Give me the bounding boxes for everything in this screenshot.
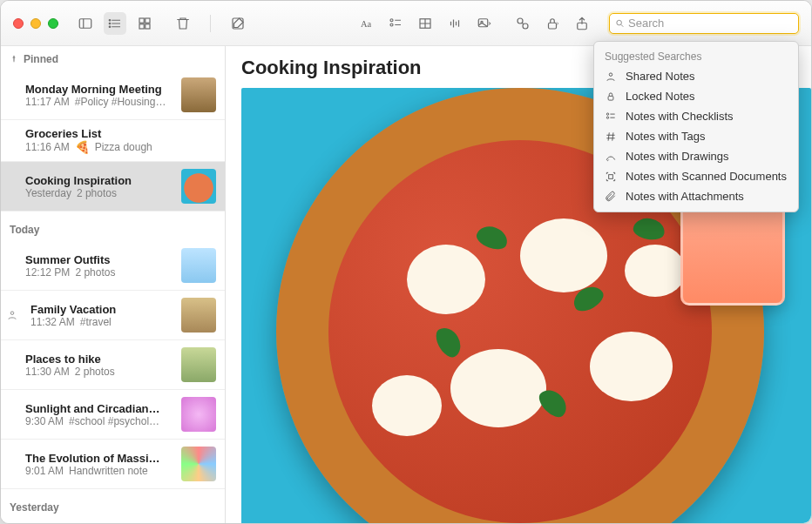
svg-point-32 bbox=[617, 20, 622, 25]
table-button[interactable] bbox=[414, 12, 436, 35]
svg-point-38 bbox=[606, 117, 608, 118]
svg-line-33 bbox=[621, 24, 623, 26]
note-thumbnail bbox=[181, 397, 216, 432]
search-suggestions-dropdown: Suggested Searches Shared Notes Locked N… bbox=[593, 41, 799, 212]
note-time: 9:30 AM bbox=[25, 415, 64, 427]
pin-icon bbox=[10, 55, 18, 64]
share-button[interactable] bbox=[571, 12, 593, 35]
scan-icon bbox=[605, 171, 617, 183]
shared-icon bbox=[605, 71, 617, 83]
svg-point-34 bbox=[609, 72, 612, 76]
delete-button[interactable] bbox=[172, 12, 194, 35]
svg-point-7 bbox=[109, 26, 111, 28]
note-time: 11:17 AM bbox=[25, 96, 70, 108]
note-thumbnail bbox=[181, 248, 216, 283]
svg-line-40 bbox=[608, 132, 609, 140]
toggle-sidebar-button[interactable] bbox=[74, 12, 97, 35]
note-time: Yesterday bbox=[25, 187, 71, 199]
suggestion-label: Notes with Drawings bbox=[626, 150, 729, 163]
svg-point-16 bbox=[390, 24, 393, 26]
pinned-section-header: Pinned bbox=[1, 46, 225, 71]
svg-rect-30 bbox=[549, 23, 557, 29]
svg-rect-0 bbox=[79, 18, 91, 28]
note-title: Places to hike bbox=[25, 353, 174, 366]
grid-view-button[interactable] bbox=[133, 12, 156, 35]
note-item-summer-outfits[interactable]: Summer Outfits 12:12 PM2 photos bbox=[1, 241, 225, 291]
svg-rect-10 bbox=[139, 24, 144, 28]
close-button[interactable] bbox=[13, 18, 24, 29]
toolbar: Aa bbox=[1, 1, 811, 46]
note-thumbnail bbox=[181, 169, 216, 204]
note-item-sunlight-circadian[interactable]: Sunlight and Circadian… 9:30 AM#school #… bbox=[1, 390, 225, 440]
svg-line-29 bbox=[522, 23, 524, 24]
note-meta: Handwritten note bbox=[69, 465, 148, 477]
maximize-button[interactable] bbox=[48, 18, 58, 29]
note-thumbnail bbox=[181, 447, 216, 481]
suggestion-label: Locked Notes bbox=[626, 90, 695, 103]
note-time: 11:32 AM bbox=[30, 316, 75, 328]
media-button[interactable] bbox=[473, 12, 496, 35]
svg-point-27 bbox=[518, 18, 523, 24]
note-meta: 2 photos bbox=[75, 266, 115, 279]
notes-list-sidebar[interactable]: Pinned Monday Morning Meeting 11:17 AM#P… bbox=[1, 46, 226, 523]
suggestion-label: Notes with Tags bbox=[626, 130, 706, 143]
window-controls bbox=[13, 18, 58, 29]
note-title: Cooking Inspiration bbox=[25, 174, 174, 187]
search-field[interactable] bbox=[609, 13, 799, 34]
notes-window: Aa Suggested Searches Shared Notes Locke… bbox=[0, 0, 812, 524]
note-item-cooking-inspiration[interactable]: Cooking Inspiration Yesterday2 photos bbox=[1, 162, 225, 212]
minimize-button[interactable] bbox=[30, 18, 41, 29]
note-item-groceries-list[interactable]: Groceries List 11:16 AM🍕Pizza dough bbox=[1, 120, 225, 162]
note-title: Monday Morning Meeting bbox=[25, 83, 174, 96]
note-item-monday-morning-meeting[interactable]: Monday Morning Meeting 11:17 AM#Policy #… bbox=[1, 71, 225, 120]
note-item-evolution-massive[interactable]: The Evolution of Massi… 9:01 AMHandwritt… bbox=[1, 440, 225, 489]
checklist-button[interactable] bbox=[384, 12, 407, 35]
suggestion-shared-notes[interactable]: Shared Notes bbox=[594, 66, 798, 86]
svg-point-36 bbox=[606, 112, 608, 114]
note-title: Sunlight and Circadian… bbox=[25, 402, 174, 415]
tag-icon bbox=[605, 131, 617, 143]
note-meta: #Policy #Housing… bbox=[75, 96, 166, 108]
suggestion-label: Notes with Attachments bbox=[626, 190, 744, 203]
search-input[interactable] bbox=[628, 17, 793, 30]
today-section-header: Today bbox=[1, 212, 225, 241]
suggestion-attachments[interactable]: Notes with Attachments bbox=[594, 186, 798, 206]
format-button[interactable]: Aa bbox=[355, 12, 377, 35]
note-title: The Evolution of Massi… bbox=[25, 452, 174, 465]
link-button[interactable] bbox=[511, 12, 534, 35]
suggestion-tags[interactable]: Notes with Tags bbox=[594, 126, 798, 146]
note-item-yosemite[interactable]: Yosemite National Park bbox=[1, 519, 225, 523]
yesterday-section-header: Yesterday bbox=[1, 489, 225, 519]
note-title: Family Vacation bbox=[30, 303, 174, 316]
note-item-family-vacation[interactable]: Family Vacation 11:32 AM#travel bbox=[1, 291, 225, 340]
suggestion-scanned[interactable]: Notes with Scanned Documents bbox=[594, 166, 798, 186]
audio-button[interactable] bbox=[443, 12, 466, 35]
svg-point-6 bbox=[109, 23, 111, 24]
dropdown-header: Suggested Searches bbox=[594, 47, 798, 66]
note-time: 11:16 AM bbox=[25, 141, 70, 153]
note-title: Summer Outfits bbox=[25, 253, 174, 266]
note-item-places-to-hike[interactable]: Places to hike 11:30 AM2 photos bbox=[1, 340, 225, 390]
svg-rect-11 bbox=[145, 24, 150, 28]
checklist-icon bbox=[605, 111, 617, 123]
suggestion-checklists[interactable]: Notes with Checklists bbox=[594, 106, 798, 126]
svg-point-28 bbox=[523, 24, 528, 29]
suggestion-label: Notes with Scanned Documents bbox=[626, 170, 787, 183]
suggestion-label: Notes with Checklists bbox=[626, 110, 734, 123]
list-view-button[interactable] bbox=[104, 12, 126, 35]
new-note-button[interactable] bbox=[227, 12, 249, 35]
note-meta: #school #psychol… bbox=[69, 415, 159, 427]
note-meta: 2 photos bbox=[77, 187, 117, 199]
pizza-emoji-icon: 🍕 bbox=[75, 140, 90, 154]
note-meta: 2 photos bbox=[75, 366, 115, 378]
lock-button[interactable] bbox=[541, 12, 564, 35]
search-icon bbox=[615, 18, 625, 29]
drawing-icon bbox=[605, 151, 617, 163]
suggestion-drawings[interactable]: Notes with Drawings bbox=[594, 146, 798, 166]
note-meta: Pizza dough bbox=[95, 141, 152, 153]
svg-rect-9 bbox=[145, 18, 150, 23]
suggestion-locked-notes[interactable]: Locked Notes bbox=[594, 86, 798, 106]
note-thumbnail bbox=[181, 298, 216, 333]
suggestion-label: Shared Notes bbox=[626, 70, 695, 83]
note-thumbnail bbox=[181, 77, 216, 112]
